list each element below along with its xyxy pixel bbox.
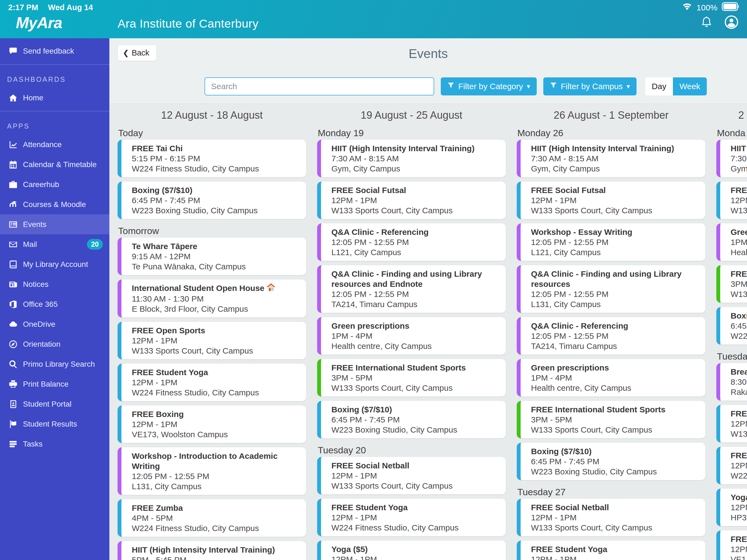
sidebar-item-onedrive[interactable]: OneDrive xyxy=(0,314,109,334)
sidebar-item-my-library-account[interactable]: My Library Account xyxy=(0,254,109,274)
event-card[interactable]: FREE12PMW13 xyxy=(716,182,747,219)
event-card[interactable]: International Student Open House11:30 AM… xyxy=(118,279,306,317)
event-title: FREE Social Futsal xyxy=(331,185,500,195)
event-location: HP3 xyxy=(730,512,747,523)
event-card[interactable]: FREE International Student Sports3PM - 5… xyxy=(517,401,705,438)
event-card[interactable]: Q&A Clinic - Referencing12:05 PM - 12:55… xyxy=(317,223,506,261)
event-card[interactable]: FREE Tai Chi5:15 PM - 6:15 PMW224 Fitnes… xyxy=(118,140,306,177)
event-card[interactable]: HIIT7:30Gym, xyxy=(716,140,747,177)
event-card[interactable]: FREE Student Yoga12PM - 1PMW224 Fitness … xyxy=(118,364,306,401)
event-time: 12PM xyxy=(730,418,747,429)
event-card[interactable]: FREE12PMW13 xyxy=(716,405,747,442)
event-card[interactable]: FREE International Student Sports3PM - 5… xyxy=(317,359,506,397)
back-button[interactable]: ❮ Back xyxy=(118,45,157,61)
day-header: Today xyxy=(118,128,306,137)
event-card[interactable]: Te Whare Tāpere9:15 AM - 12PMTe Puna Wān… xyxy=(118,238,306,275)
house-emoji-icon xyxy=(266,283,275,294)
filter-by-campus-button[interactable]: Filter by Campus ▾ xyxy=(543,77,637,96)
event-card[interactable]: Green prescriptions1PM - 4PMHealth centr… xyxy=(517,359,705,397)
event-card[interactable]: Gree1PMHeal xyxy=(716,223,747,261)
sidebar-item-office-365[interactable]: Office 365 xyxy=(0,294,109,314)
event-time: 7:30 AM - 8:15 AM xyxy=(331,153,500,163)
event-card[interactable]: Q&A Clinic - Finding and using Library r… xyxy=(317,265,506,313)
event-card[interactable]: FREE Student Yoga12PM - 1PMW224 Fitness … xyxy=(317,499,506,536)
event-card[interactable]: Boxing ($7/$10)6:45 PM - 7:45 PMW223 Box… xyxy=(517,443,705,480)
notifications-bell-icon[interactable] xyxy=(700,16,713,30)
sidebar-item-events[interactable]: Events xyxy=(0,214,109,234)
sidebar-item-orientation[interactable]: Orientation xyxy=(0,334,109,354)
event-card[interactable]: FREE Zumba4PM - 5PMW224 Fitness Studio, … xyxy=(118,499,306,537)
event-card[interactable]: FREE Social Netball12PM - 1PMW133 Sports… xyxy=(317,457,506,494)
event-card[interactable]: FREE Boxing12PM - 1PMVE173, Woolston Cam… xyxy=(118,406,306,443)
event-card[interactable]: HIIT (High Intensity Interval Training)7… xyxy=(517,140,705,177)
event-card[interactable]: Boxing ($7/$10)6:45 PM - 7:45 PMW223 Box… xyxy=(118,182,306,219)
sidebar-item-student-results[interactable]: Student Results xyxy=(0,414,109,434)
event-location: W224 Fitness Studio, City Campus xyxy=(132,163,300,174)
calendar-icon xyxy=(8,159,19,170)
event-card[interactable]: FREE Student Yoga12PM - 1PM xyxy=(517,541,705,560)
event-card[interactable]: FREE Social Futsal12PM - 1PMW133 Sports … xyxy=(317,182,506,219)
search-input[interactable] xyxy=(205,77,434,96)
event-card[interactable]: Q&A Clinic - Referencing12:05 PM - 12:55… xyxy=(517,317,705,355)
event-time: 6:45 xyxy=(730,321,747,331)
sidebar-item-careerhub[interactable]: Careerhub xyxy=(0,175,109,195)
event-title: Q&A Clinic - Referencing xyxy=(531,321,699,331)
profile-avatar-icon[interactable] xyxy=(724,15,739,31)
sidebar-item-label: Tasks xyxy=(23,440,43,449)
event-card[interactable]: Brea8:30Raka xyxy=(716,363,747,401)
event-card[interactable]: FREE3PMW13 xyxy=(716,265,747,303)
sidebar-item-print-balance[interactable]: Print Balance xyxy=(0,374,109,394)
event-card[interactable]: Q&A Clinic - Finding and using Library r… xyxy=(517,265,705,313)
day-group: Monday 19HIIT (High Intensity Interval T… xyxy=(317,128,506,438)
sidebar-item-send-feedback[interactable]: Send feedback xyxy=(0,41,109,61)
event-card[interactable]: FREE Social Futsal12PM - 1PMW133 Sports … xyxy=(517,182,705,219)
sidebar-item-tasks[interactable]: Tasks xyxy=(0,434,109,454)
battery-icon xyxy=(722,2,740,13)
event-card[interactable]: Boxi6:45W22 xyxy=(716,307,747,345)
event-title: FREE Open Sports xyxy=(132,325,300,335)
event-title: FREE xyxy=(730,269,747,279)
list-alt-icon xyxy=(8,219,19,230)
event-title: FREE Student Yoga xyxy=(331,502,500,512)
event-card[interactable]: Workshop - Essay Writing12:05 PM - 12:55… xyxy=(517,223,705,261)
sidebar-item-mail[interactable]: Mail20 xyxy=(0,234,109,254)
sidebar-item-notices[interactable]: Notices xyxy=(0,274,109,294)
sidebar-item-calendar-timetable[interactable]: Calendar & Timetable xyxy=(0,154,109,175)
day-week-toggle: Day Week xyxy=(645,77,707,96)
event-time: 3PM xyxy=(730,279,747,289)
event-time: 12PM xyxy=(730,544,747,554)
event-time: 12PM xyxy=(730,502,747,512)
event-location: W133 Sports Court, City Campus xyxy=(331,383,500,393)
event-card[interactable]: Yoga ($5)12PM - 1PM xyxy=(317,541,506,560)
event-location: W13 xyxy=(730,289,747,299)
event-card[interactable]: Workshop - Introduction to Academic Writ… xyxy=(118,447,306,495)
event-title: FREE Social Netball xyxy=(331,460,500,470)
event-card[interactable]: Boxing ($7/$10)6:45 PM - 7:45 PMW223 Box… xyxy=(317,401,506,438)
sidebar-item-courses-moodle[interactable]: Courses & Moodle xyxy=(0,195,109,214)
day-group: TomorrowTe Whare Tāpere9:15 AM - 12PMTe … xyxy=(118,226,306,560)
sidebar-item-attendance[interactable]: Attendance xyxy=(0,134,109,154)
event-card[interactable]: HIIT (High Intensity Interval Training)5… xyxy=(118,541,306,560)
event-card[interactable]: FREE Social Netball12PM - 1PMW133 Sports… xyxy=(517,499,705,536)
event-card[interactable]: FREE12PMVE1 xyxy=(716,531,747,560)
event-card[interactable]: FREE Open Sports12PM - 1PMW133 Sports Co… xyxy=(118,322,306,359)
event-title: FREE Student Yoga xyxy=(132,367,300,377)
compass-icon xyxy=(8,339,19,350)
event-title: FREE International Student Sports xyxy=(331,362,500,373)
event-title: Workshop - Introduction to Academic Writ… xyxy=(132,451,300,471)
event-card[interactable]: FREE12PMW22 xyxy=(716,447,747,484)
sidebar-item-home[interactable]: Home xyxy=(0,88,109,108)
event-card[interactable]: Yoga12PMHP3 xyxy=(716,489,747,526)
sidebar-item-student-portal[interactable]: Student Portal xyxy=(0,394,109,414)
week-toggle-button[interactable]: Week xyxy=(673,77,707,96)
filter-by-category-button[interactable]: Filter by Category ▾ xyxy=(441,77,537,96)
event-title: FREE Social Netball xyxy=(531,502,699,512)
day-toggle-button[interactable]: Day xyxy=(645,77,673,96)
event-card[interactable]: HIIT (High Intensity Interval Training)7… xyxy=(317,140,506,177)
sidebar-item-label: Notices xyxy=(23,280,48,289)
event-card[interactable]: Green prescriptions1PM - 4PMHealth centr… xyxy=(317,317,506,355)
event-location: Gym, City Campus xyxy=(531,163,699,174)
event-title: FREE International Student Sports xyxy=(531,404,699,414)
sidebar-item-primo-library-search[interactable]: Primo Library Search xyxy=(0,354,109,374)
event-location: TA214, Timaru Campus xyxy=(531,341,699,351)
